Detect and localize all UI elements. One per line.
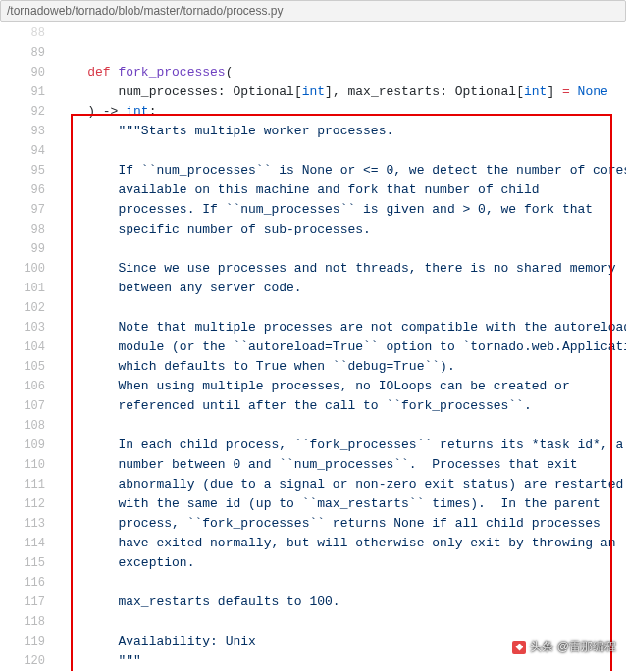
code-line — [57, 573, 626, 593]
line-number: 88 — [20, 24, 57, 43]
code-line: exception. — [57, 553, 626, 573]
code-line: Since we use processes and not threads, … — [57, 259, 626, 279]
code-line: with the same id (up to ``max_restarts``… — [57, 494, 626, 514]
line-number: 114 — [20, 534, 57, 553]
code-line: processes. If ``num_processes`` is given… — [57, 200, 626, 220]
line-number: 119 — [20, 632, 57, 651]
line-number: 105 — [20, 357, 57, 377]
line-number: 102 — [20, 298, 57, 318]
code-line: referenced until after the call to ``for… — [57, 396, 626, 416]
code-line: process, ``fork_processes`` returns None… — [57, 514, 626, 534]
line-number: 116 — [20, 573, 57, 593]
line-number: 118 — [20, 612, 57, 632]
line-number: 92 — [20, 102, 57, 122]
line-number: 111 — [20, 475, 57, 494]
line-number: 91 — [20, 82, 57, 102]
line-number: 106 — [20, 377, 57, 396]
code-line — [57, 612, 626, 632]
line-number: 96 — [20, 181, 57, 200]
line-number: 97 — [20, 200, 57, 220]
line-number: 101 — [20, 279, 57, 298]
line-number: 103 — [20, 318, 57, 337]
line-number: 110 — [20, 455, 57, 475]
code-line: specific number of sub-processes. — [57, 220, 626, 239]
code-line — [57, 43, 626, 63]
line-number: 113 — [20, 514, 57, 534]
code-line: """Starts multiple worker processes. — [57, 122, 626, 141]
code-line — [57, 24, 626, 43]
line-number: 100 — [20, 259, 57, 279]
code-line: If ``num_processes`` is None or <= 0, we… — [57, 161, 626, 181]
line-number: 117 — [20, 593, 57, 612]
code-line: Note that multiple processes are not com… — [57, 318, 626, 337]
code-line: In each child process, ``fork_processes`… — [57, 436, 626, 455]
code-line: def fork_processes( — [57, 63, 626, 82]
line-number: 98 — [20, 220, 57, 239]
watermark-icon — [512, 641, 526, 654]
breadcrumb[interactable]: /tornadoweb/tornado/blob/master/tornado/… — [0, 0, 626, 22]
line-number: 93 — [20, 122, 57, 141]
code-line: have exited normally, but will otherwise… — [57, 534, 626, 553]
code-line: ) -> int: — [57, 102, 626, 122]
code-line: abnormally (due to a signal or non-zero … — [57, 475, 626, 494]
watermark: 头条 @雷那编程 — [512, 639, 616, 655]
code-line — [57, 298, 626, 318]
code-line — [57, 141, 626, 161]
line-number: 95 — [20, 161, 57, 181]
watermark-text: 头条 @雷那编程 — [530, 639, 616, 655]
code-line: which defaults to True when ``debug=True… — [57, 357, 626, 377]
line-number: 104 — [20, 337, 57, 357]
line-number: 107 — [20, 396, 57, 416]
code-line — [57, 416, 626, 436]
code-line: number between 0 and ``num_processes``. … — [57, 455, 626, 475]
line-number: 94 — [20, 141, 57, 161]
code-container: 88 89 90 def fork_processes( 91 num_proc… — [0, 24, 626, 671]
code-area: 88 89 90 def fork_processes( 91 num_proc… — [0, 24, 626, 671]
line-number: 99 — [20, 239, 57, 259]
line-number: 112 — [20, 494, 57, 514]
line-number: 89 — [20, 43, 57, 63]
code-line: When using multiple processes, no IOLoop… — [57, 377, 626, 396]
line-number: 108 — [20, 416, 57, 436]
code-line: num_processes: Optional[int], max_restar… — [57, 82, 626, 102]
code-line: available on this machine and fork that … — [57, 181, 626, 200]
code-line: module (or the ``autoreload=True`` optio… — [57, 337, 626, 357]
code-line — [57, 239, 626, 259]
line-number: 90 — [20, 63, 57, 82]
line-number: 120 — [20, 651, 57, 671]
code-line: between any server code. — [57, 279, 626, 298]
line-number: 115 — [20, 553, 57, 573]
code-line: max_restarts defaults to 100. — [57, 593, 626, 612]
line-number: 109 — [20, 436, 57, 455]
